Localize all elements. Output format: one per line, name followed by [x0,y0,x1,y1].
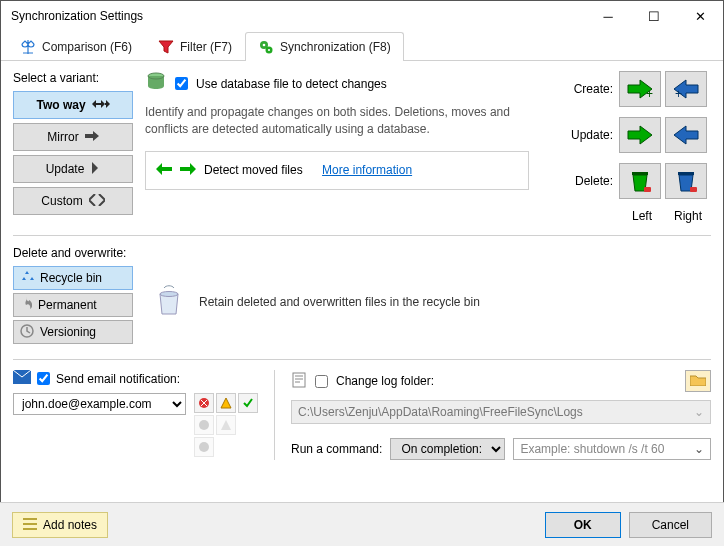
use-database-checkbox[interactable] [175,77,188,90]
svg-text:+: + [646,87,653,100]
send-email-checkbox[interactable] [37,372,50,385]
create-left-button[interactable]: + [665,71,707,107]
delete-left-button[interactable] [665,163,707,199]
cancel-button[interactable]: Cancel [629,512,712,538]
more-information-link[interactable]: More information [322,163,412,177]
run-command-when-select[interactable]: On completion: [390,438,505,460]
minimize-button[interactable]: ─ [585,1,631,31]
detect-moved-box: Detect moved files More information [145,151,529,190]
database-icon [145,71,167,96]
clock-icon [20,324,34,341]
left-column-label: Left [619,209,665,223]
delete-recycle-button[interactable]: Recycle bin [13,266,133,290]
close-button[interactable]: ✕ [677,1,723,31]
arrow-right-icon [85,130,99,144]
tab-filter[interactable]: Filter (F7) [145,32,245,61]
delete-versioning-button[interactable]: Versioning [13,320,133,344]
email-on-error-icon[interactable] [194,393,214,413]
variant-description: Identify and propagate changes on both s… [145,104,529,139]
delete-option-label: Recycle bin [40,271,102,285]
variant-label: Custom [41,194,82,208]
variant-label: Update [46,162,85,176]
email-always-dim-icon[interactable] [194,437,214,457]
browse-folder-button[interactable] [685,370,711,392]
delete-permanent-button[interactable]: Permanent [13,293,133,317]
variant-custom[interactable]: Custom [13,187,133,215]
svg-rect-8 [632,172,648,175]
tab-label: Synchronization (F8) [280,40,391,54]
add-notes-button[interactable]: Add notes [12,512,108,538]
ok-button[interactable]: OK [545,512,621,538]
scales-icon [20,39,36,55]
delete-overwrite-heading: Delete and overwrite: [13,246,711,260]
envelope-icon [13,370,31,387]
variant-label: Two way [36,98,85,112]
variant-update[interactable]: Update [13,155,133,183]
email-on-warning-icon[interactable] [216,393,236,413]
email-address-select[interactable]: john.doe@example.com [13,393,186,415]
two-way-arrow-icon [92,98,110,112]
tabbar: Comparison (F6) Filter (F7) Synchronizat… [1,31,723,61]
update-left-button[interactable] [665,117,707,153]
arrow-right-green-icon [180,162,196,179]
variant-mirror[interactable]: Mirror [13,123,133,151]
email-on-error-dim-icon[interactable] [194,415,214,435]
tab-label: Comparison (F6) [42,40,132,54]
log-icon [291,372,307,391]
update-label: Update: [541,128,619,142]
update-right-button[interactable] [619,117,661,153]
arrow-left-green-icon [156,162,172,179]
chevron-right-icon [90,162,100,177]
add-notes-label: Add notes [43,518,97,532]
svg-point-16 [199,420,209,430]
right-column-label: Right [665,209,711,223]
variant-two-way[interactable]: Two way [13,91,133,119]
change-log-folder-checkbox[interactable] [315,375,328,388]
svg-point-3 [268,49,270,51]
delete-description: Retain deleted and overwritten files in … [199,295,480,309]
email-on-success-icon[interactable] [238,393,258,413]
use-database-label: Use database file to detect changes [196,77,387,91]
delete-option-label: Permanent [38,298,97,312]
svg-rect-11 [690,187,697,192]
delete-label: Delete: [541,174,619,188]
create-label: Create: [541,82,619,96]
run-command-input[interactable]: Example: shutdown /s /t 60 [513,438,711,460]
tab-comparison[interactable]: Comparison (F6) [7,32,145,61]
svg-rect-9 [644,187,651,192]
svg-rect-10 [678,172,694,175]
funnel-icon [158,39,174,55]
send-email-label: Send email notification: [56,372,180,386]
svg-point-13 [160,292,178,297]
svg-rect-18 [293,373,305,387]
variant-heading: Select a variant: [13,71,133,85]
fire-icon [20,297,32,314]
gears-icon [258,39,274,55]
tab-label: Filter (F7) [180,40,232,54]
delete-option-label: Versioning [40,325,96,339]
angle-brackets-icon [89,194,105,209]
email-on-warning-dim-icon[interactable] [216,415,236,435]
svg-point-17 [199,442,209,452]
create-right-button[interactable]: + [619,71,661,107]
window-title: Synchronization Settings [11,9,585,23]
recycle-bin-icon [153,284,185,319]
svg-text:+: + [675,87,682,100]
notes-icon [23,518,37,532]
tab-synchronization[interactable]: Synchronization (F8) [245,32,404,61]
email-condition-grid [194,393,258,457]
footer: Add notes OK Cancel [0,502,724,546]
run-command-label: Run a command: [291,442,382,456]
titlebar: Synchronization Settings ─ ☐ ✕ [1,1,723,31]
change-log-folder-label: Change log folder: [336,374,434,388]
folder-icon [690,374,706,389]
delete-right-button[interactable] [619,163,661,199]
maximize-button[interactable]: ☐ [631,1,677,31]
variant-label: Mirror [47,130,78,144]
svg-point-2 [263,44,266,47]
detect-moved-label: Detect moved files [204,163,303,177]
log-path-display: C:\Users\Zenju\AppData\Roaming\FreeFileS… [291,400,711,424]
recycle-icon [20,270,34,287]
